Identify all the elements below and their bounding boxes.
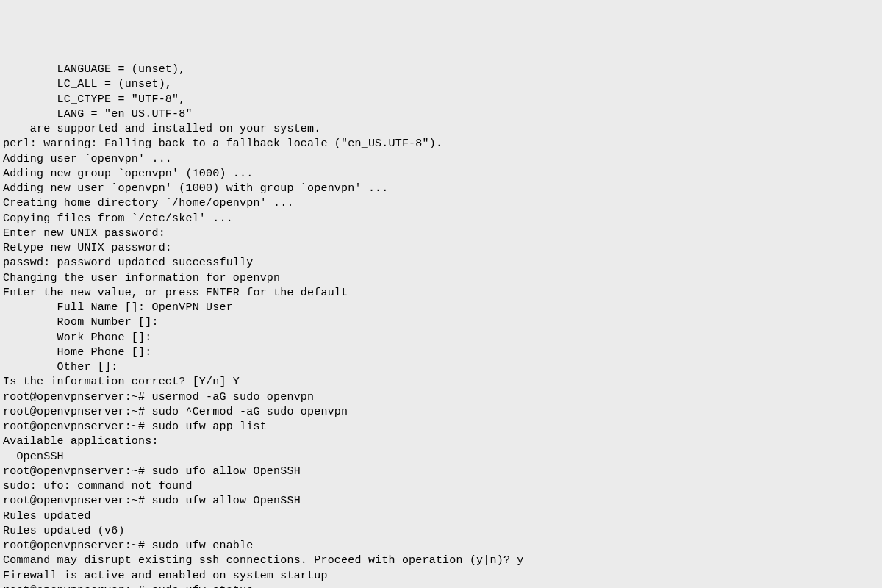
- terminal-line: Copying files from `/etc/skel' ...: [3, 212, 879, 226]
- terminal-line: Home Phone []:: [3, 345, 879, 360]
- terminal-line: Adding new group `openvpn' (1000) ...: [3, 167, 879, 182]
- terminal-line: LANGUAGE = (unset),: [3, 62, 879, 77]
- terminal-line: Enter the new value, or press ENTER for …: [3, 286, 879, 301]
- terminal-line: Available applications:: [3, 434, 879, 449]
- terminal-line: Rules updated (v6): [3, 524, 879, 539]
- terminal-line: LC_ALL = (unset),: [3, 77, 879, 92]
- terminal-line: Creating home directory `/home/openvpn' …: [3, 196, 879, 211]
- terminal-line: root@openvpnserver:~# sudo ufw allow Ope…: [3, 494, 879, 509]
- terminal-line: LANG = "en_US.UTF-8": [3, 107, 879, 122]
- terminal-line: passwd: password updated successfully: [3, 256, 879, 270]
- terminal-line: OpenSSH: [3, 450, 879, 465]
- terminal-line: Firewall is active and enabled on system…: [3, 569, 879, 584]
- terminal-line: Full Name []: OpenVPN User: [3, 301, 879, 315]
- terminal-line: perl: warning: Falling back to a fallbac…: [3, 137, 879, 151]
- terminal-line: Enter new UNIX password:: [3, 226, 879, 241]
- terminal-line: root@openvpnserver:~# usermod -aG sudo o…: [3, 390, 879, 405]
- terminal-line: Work Phone []:: [3, 331, 879, 345]
- terminal-line: root@openvpnserver:~# sudo ufw enable: [3, 539, 879, 553]
- terminal-line: root@openvpnserver:~# sudo ^Cermod -aG s…: [3, 405, 879, 420]
- terminal-line: sudo: ufo: command not found: [3, 479, 879, 494]
- terminal-line: Is the information correct? [Y/n] Y: [3, 375, 879, 390]
- terminal-line: Changing the user information for openvp…: [3, 271, 879, 286]
- terminal-line: Other []:: [3, 360, 879, 375]
- terminal-window[interactable]: LANGUAGE = (unset), LC_ALL = (unset), LC…: [3, 62, 879, 588]
- terminal-line: Rules updated: [3, 509, 879, 524]
- terminal-line: Adding new user `openvpn' (1000) with gr…: [3, 182, 879, 196]
- terminal-line: Adding user `openvpn' ...: [3, 152, 879, 167]
- terminal-line: Command may disrupt existing ssh connect…: [3, 553, 879, 568]
- terminal-line: root@openvpnserver:~# sudo ufw app list: [3, 420, 879, 434]
- terminal-line: root@openvpnserver:~# sudo ufo allow Ope…: [3, 465, 879, 479]
- terminal-line: are supported and installed on your syst…: [3, 122, 879, 137]
- terminal-line: root@openvpnserver:~# sudo ufw status: [3, 584, 879, 588]
- terminal-line: Room Number []:: [3, 315, 879, 330]
- terminal-line: LC_CTYPE = "UTF-8",: [3, 93, 879, 107]
- terminal-line: Retype new UNIX password:: [3, 241, 879, 256]
